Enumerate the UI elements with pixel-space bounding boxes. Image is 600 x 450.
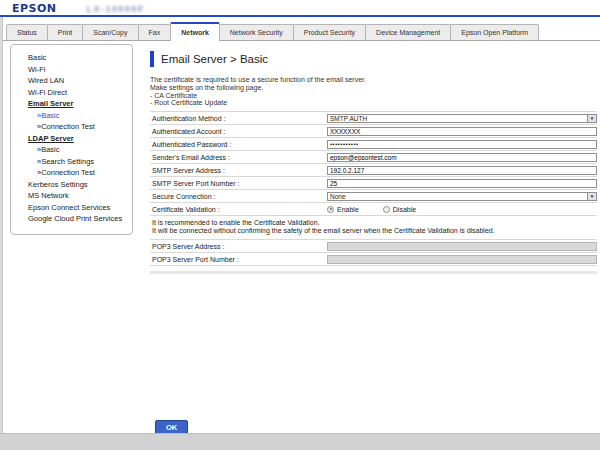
pop3-server-port-number-input — [327, 255, 597, 264]
authenticated-account-label: Authenticated Account : — [150, 128, 327, 135]
pop3-server-address-label: POP3 Server Address : — [150, 243, 327, 250]
authenticated-password-input[interactable] — [327, 140, 597, 149]
form-row-certificate-validation: Certificate Validation : Enable Disable — [150, 203, 597, 216]
form-row-pop3-server-address: POP3 Server Address : — [150, 240, 597, 253]
authenticated-password-label: Authenticated Password : — [150, 141, 327, 148]
pop3-server-port-number-label: POP3 Server Port Number : — [150, 256, 327, 263]
content-area: Basic Wi-Fi Wired LAN Wi-Fi Direct Email… — [0, 41, 600, 435]
form-row-smtp-server-port-number: SMTP Server Port Number : — [150, 177, 597, 190]
smtp-server-address-input[interactable] — [327, 166, 597, 175]
printer-model-name: LX-10000F — [87, 4, 146, 14]
secure-connection-select[interactable]: None ▼ — [327, 192, 597, 201]
intro-line: - Root Certificate Update — [150, 99, 597, 107]
page-title: Email Server > Basic — [161, 53, 268, 65]
form-end-divider — [150, 271, 597, 274]
sidebar-item-wifi[interactable]: Wi-Fi — [11, 64, 132, 76]
authentication-method-select[interactable]: SMTP AUTH ▼ — [327, 114, 597, 123]
tab-product-security[interactable]: Product Security — [293, 24, 366, 40]
secure-connection-value: None — [328, 193, 587, 200]
email-server-form: Authentication Method : SMTP AUTH ▼ Auth… — [150, 111, 597, 266]
authentication-method-value: SMTP AUTH — [328, 115, 587, 122]
tab-status[interactable]: Status — [6, 24, 48, 40]
chevron-down-icon[interactable]: ▼ — [587, 193, 596, 200]
chevron-down-icon[interactable]: ▼ — [587, 115, 596, 122]
sidebar-item-epson-connect-services[interactable]: Epson Connect Services — [11, 202, 132, 214]
intro-line: Make settings on the following page. — [150, 84, 597, 92]
form-row-authentication-method: Authentication Method : SMTP AUTH ▼ — [150, 112, 597, 125]
form-row-smtp-server-address: SMTP Server Address : — [150, 164, 597, 177]
sidebar-item-google-cloud-print-services[interactable]: Google Cloud Print Services — [11, 213, 132, 225]
senders-email-address-label: Sender's Email Address : — [150, 154, 327, 161]
form-row-pop3-server-port-number: POP3 Server Port Number : — [150, 253, 597, 266]
enable-radio-label: Enable — [337, 206, 359, 213]
authenticated-account-input[interactable] — [327, 127, 597, 136]
sidebar-item-basic[interactable]: Basic — [11, 52, 132, 64]
tab-network-security[interactable]: Network Security — [219, 24, 294, 40]
sidebar-item-email-server-connection-test[interactable]: »Connection Test — [11, 121, 132, 133]
sidebar-item-wired-lan[interactable]: Wired LAN — [11, 75, 132, 87]
smtp-server-port-number-label: SMTP Server Port Number : — [150, 180, 327, 187]
epson-logo: EPSON — [12, 2, 57, 15]
sidebar-item-ldap-server[interactable]: LDAP Server — [11, 133, 132, 145]
senders-email-address-input[interactable] — [327, 153, 597, 162]
tab-network[interactable]: Network — [170, 22, 220, 41]
form-row-secure-connection: Secure Connection : None ▼ — [150, 190, 597, 203]
intro-line: - CA Certificate — [150, 92, 597, 100]
tab-bar: Status Print Scan/Copy Fax Network Netwo… — [0, 17, 600, 41]
tab-fax[interactable]: Fax — [138, 24, 172, 40]
smtp-server-port-number-input[interactable] — [327, 179, 597, 188]
certificate-validation-label: Certificate Validation : — [150, 206, 327, 213]
form-row-senders-email-address: Sender's Email Address : — [150, 151, 597, 164]
disable-radio-label: Disable — [393, 206, 416, 213]
intro-text: The certificate is required to use a sec… — [150, 76, 597, 107]
secure-connection-label: Secure Connection : — [150, 193, 327, 200]
sidebar-item-ldap-connection-test[interactable]: »Connection Test — [11, 167, 132, 179]
sidebar-nav: Basic Wi-Fi Wired LAN Wi-Fi Direct Email… — [10, 44, 133, 235]
radio-unselected-icon — [383, 206, 390, 213]
intro-line: The certificate is required to use a sec… — [150, 76, 597, 84]
authentication-method-label: Authentication Method : — [150, 115, 327, 122]
certificate-validation-note: It is recommended to enable the Certific… — [150, 216, 597, 240]
sidebar-item-ldap-basic[interactable]: »Basic — [11, 144, 132, 156]
sidebar-item-ms-network[interactable]: MS Network — [11, 190, 132, 202]
title-accent-bar — [150, 51, 154, 67]
sidebar-item-email-server[interactable]: Email Server — [11, 98, 132, 110]
header: EPSON LX-10000F — [0, 0, 600, 15]
form-row-authenticated-account: Authenticated Account : — [150, 125, 597, 138]
sidebar-item-wifi-direct[interactable]: Wi-Fi Direct — [11, 87, 132, 99]
tab-scan-copy[interactable]: Scan/Copy — [82, 24, 138, 40]
sidebar-item-ldap-search-settings[interactable]: »Search Settings — [11, 156, 132, 168]
pop3-server-address-input — [327, 242, 597, 251]
sidebar-item-email-server-basic[interactable]: »Basic — [11, 110, 132, 122]
tab-device-management[interactable]: Device Management — [365, 24, 451, 40]
certificate-validation-disable-radio[interactable]: Disable — [383, 206, 416, 213]
certificate-validation-enable-radio[interactable]: Enable — [327, 206, 359, 213]
smtp-server-address-label: SMTP Server Address : — [150, 167, 327, 174]
radio-selected-icon — [327, 206, 334, 213]
sidebar-item-kerberos-settings[interactable]: Kerberos Settings — [11, 179, 132, 191]
page-left-margin — [0, 17, 3, 433]
form-row-authenticated-password: Authenticated Password : — [150, 138, 597, 151]
main-panel: Email Server > Basic The certificate is … — [150, 51, 597, 435]
tab-print[interactable]: Print — [47, 24, 83, 40]
page-bottom-strip — [0, 433, 600, 450]
note-line: It will be connected without confirming … — [152, 227, 597, 235]
tab-epson-open-platform[interactable]: Epson Open Platform — [450, 24, 539, 40]
note-line: It is recommended to enable the Certific… — [152, 219, 597, 227]
